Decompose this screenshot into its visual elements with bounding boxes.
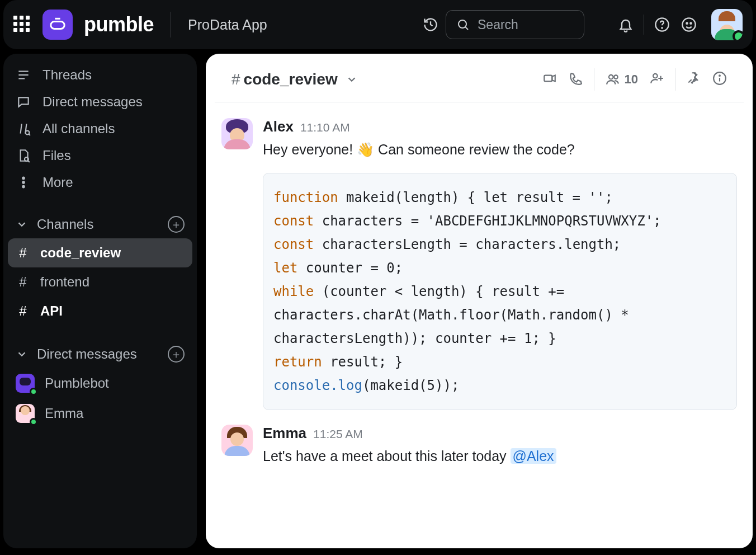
nav-label: Direct messages	[42, 94, 143, 110]
info-icon[interactable]	[712, 71, 727, 88]
topbar: pumble ProData App Search	[3, 0, 753, 49]
svg-point-18	[22, 177, 24, 179]
section-label: Direct messages	[37, 346, 137, 362]
nav-label: Files	[42, 148, 71, 163]
search-icon	[456, 18, 470, 31]
message-time: 11:10 AM	[300, 121, 350, 134]
hash-icon: #	[16, 303, 30, 319]
svg-line-17	[28, 161, 30, 162]
svg-point-19	[22, 181, 24, 183]
nav-label: All channels	[42, 121, 115, 137]
dm-pumblebot[interactable]: Pumblebot	[8, 368, 192, 398]
avatar-alex-icon	[221, 118, 253, 149]
divider	[675, 68, 675, 91]
audio-call-icon[interactable]	[568, 71, 583, 88]
message-text: Hey everyone! 👋 Can someone review the c…	[263, 139, 737, 161]
svg-point-5	[662, 27, 662, 28]
section-label: Channels	[37, 217, 93, 232]
member-count[interactable]: 10	[606, 72, 638, 87]
svg-point-24	[614, 75, 618, 79]
nav-files[interactable]: Files	[8, 142, 192, 169]
user-avatar-icon	[16, 404, 35, 423]
dm-label: Pumblebot	[45, 375, 109, 391]
svg-point-6	[682, 18, 695, 31]
channel-title[interactable]: # code_review	[231, 70, 358, 88]
presence-indicator-icon	[30, 388, 37, 396]
nav-all-channels[interactable]: All channels	[8, 115, 192, 142]
mention-alex[interactable]: @Alex	[511, 448, 556, 464]
nav-threads[interactable]: Threads	[8, 62, 192, 88]
help-icon[interactable]	[650, 12, 674, 37]
channel-panel: # code_review 10	[206, 54, 753, 548]
member-count-value: 10	[625, 72, 638, 87]
divider	[594, 68, 594, 91]
pin-icon[interactable]	[687, 71, 701, 88]
add-member-icon[interactable]	[649, 71, 664, 88]
files-icon	[16, 148, 31, 163]
add-channel-button[interactable]: ＋	[168, 216, 185, 233]
dm-emma[interactable]: Emma	[8, 398, 192, 429]
svg-point-30	[719, 75, 720, 76]
svg-line-15	[29, 134, 30, 135]
history-icon[interactable]	[422, 16, 439, 33]
brand-logo-icon	[42, 10, 73, 40]
section-channels[interactable]: Channels ＋	[8, 208, 192, 238]
svg-point-25	[653, 74, 658, 78]
avatar-emma-icon	[221, 425, 253, 456]
sidebar: Threads Direct messages All channels Fil…	[3, 54, 197, 548]
workspace-name[interactable]: ProData App	[188, 17, 267, 33]
nav-label: Threads	[42, 67, 92, 83]
message-author[interactable]: Emma	[263, 425, 306, 442]
emoji-icon[interactable]	[677, 12, 701, 37]
divider	[171, 12, 171, 37]
hash-icon: #	[231, 70, 240, 88]
svg-point-7	[686, 23, 687, 24]
svg-marker-22	[552, 76, 555, 82]
svg-line-3	[466, 27, 469, 30]
channel-label: API	[40, 303, 63, 319]
chevron-down-icon	[346, 73, 358, 86]
threads-icon	[16, 67, 31, 83]
svg-point-8	[690, 23, 691, 24]
channel-frontend[interactable]: # frontend	[8, 267, 192, 297]
user-avatar[interactable]	[711, 9, 743, 40]
svg-point-14	[26, 131, 30, 135]
notifications-icon[interactable]	[613, 12, 638, 37]
add-dm-button[interactable]: ＋	[168, 346, 185, 363]
members-icon	[606, 72, 620, 87]
channel-name: code_review	[244, 70, 338, 88]
all-channels-icon	[16, 121, 31, 137]
video-call-icon[interactable]	[542, 71, 557, 88]
message-list: Alex 11:10 AM Hey everyone! 👋 Can someon…	[206, 102, 753, 548]
chevron-down-icon	[16, 348, 28, 360]
chevron-down-icon	[16, 218, 28, 231]
svg-rect-0	[51, 21, 64, 29]
search-input[interactable]: Search	[446, 10, 584, 39]
presence-indicator-icon	[733, 30, 743, 40]
nav-more[interactable]: More	[8, 169, 192, 196]
svg-point-2	[459, 20, 466, 28]
more-icon	[16, 175, 31, 190]
message-item: Emma 11:25 AM Let's have a meet about th…	[221, 415, 737, 472]
svg-rect-21	[544, 76, 552, 82]
svg-point-23	[608, 75, 613, 79]
channel-code-review[interactable]: # code_review	[8, 238, 192, 267]
svg-rect-1	[55, 18, 60, 20]
code-block[interactable]: function makeid(length) { let result = '…	[263, 173, 737, 410]
section-direct-messages[interactable]: Direct messages ＋	[8, 338, 192, 368]
brand-name: pumble	[84, 13, 154, 36]
message-item: Alex 11:10 AM Hey everyone! 👋 Can someon…	[221, 108, 737, 415]
wave-emoji-icon: 👋	[357, 142, 374, 157]
nav-label: More	[42, 175, 73, 190]
divider	[644, 15, 644, 35]
svg-point-20	[22, 186, 24, 187]
message-author[interactable]: Alex	[263, 118, 294, 135]
dm-icon	[16, 94, 31, 110]
search-placeholder: Search	[478, 17, 518, 32]
channel-api[interactable]: # API	[8, 297, 192, 326]
svg-line-12	[21, 124, 22, 133]
channel-label: code_review	[40, 245, 121, 261]
nav-direct-messages[interactable]: Direct messages	[8, 88, 192, 115]
app-grid-icon[interactable]	[13, 16, 31, 34]
presence-indicator-icon	[30, 418, 37, 426]
